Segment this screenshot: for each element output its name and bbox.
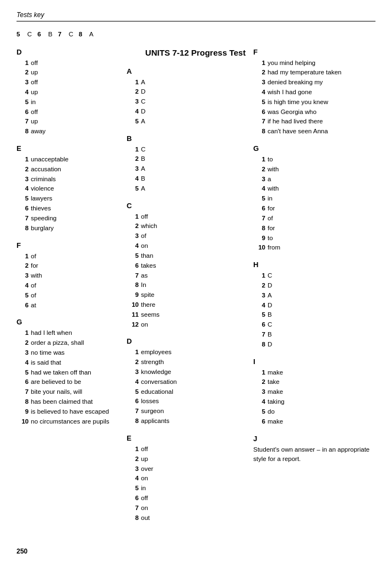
answer-number: 8 bbox=[253, 127, 265, 137]
section-e: E1unacceptable2accusation3criminals4viol… bbox=[17, 144, 127, 234]
answer-list: 1C2D3A4D5B6C7B8D bbox=[253, 271, 375, 350]
answer-number: 3 bbox=[17, 175, 29, 185]
answer-number: 6 bbox=[17, 301, 29, 311]
answer-item: 3denied breaking my bbox=[253, 78, 375, 88]
answer-number: 1 bbox=[17, 252, 29, 262]
answer-number: 8 bbox=[127, 416, 139, 426]
answer-value: over bbox=[141, 464, 153, 474]
answer-number: 1 bbox=[127, 348, 139, 357]
answer-number: 4 bbox=[253, 397, 265, 407]
answer-number: 3 bbox=[17, 78, 29, 88]
answer-value: A bbox=[141, 164, 145, 174]
answer-value: B bbox=[141, 174, 145, 184]
answer-item: 8out bbox=[127, 513, 253, 523]
answer-value: A bbox=[268, 291, 272, 301]
answer-number: 7 bbox=[17, 214, 29, 224]
answer-item: 6at bbox=[17, 301, 127, 311]
answer-value: you mind helping bbox=[268, 58, 315, 68]
answer-number: 2 bbox=[127, 221, 139, 231]
answer-value: surgeon bbox=[141, 406, 164, 416]
answer-value: criminals bbox=[31, 175, 56, 185]
answer-number: 4 bbox=[127, 474, 139, 484]
answer-value: spite bbox=[141, 290, 154, 300]
right-column: F1you mind helping2had my temperature ta… bbox=[253, 48, 375, 531]
answer-item: 12on bbox=[127, 320, 253, 330]
answer-value: in bbox=[141, 484, 146, 494]
answer-item: 6C bbox=[253, 320, 375, 330]
answer-list: 1to2with3a4with5in6for7of8for9to10from bbox=[253, 155, 375, 253]
answer-number: 8 bbox=[17, 224, 29, 234]
answer-value: on bbox=[141, 503, 148, 513]
answer-value: on bbox=[141, 241, 148, 251]
answer-value: conversation bbox=[141, 377, 177, 387]
answer-number: 6 bbox=[127, 261, 139, 271]
answer-item: 2D bbox=[127, 87, 253, 97]
answer-item: 2B bbox=[127, 154, 253, 164]
answer-number: 5 bbox=[253, 407, 265, 417]
answer-number: 5 bbox=[127, 484, 139, 494]
answer-item: 3make bbox=[253, 387, 375, 397]
answer-number: 5 bbox=[17, 291, 29, 301]
answer-number: 9 bbox=[127, 290, 139, 300]
answer-value: had I left when bbox=[31, 328, 72, 338]
answer-list: 1had I left when2order a pizza, shall3no… bbox=[17, 328, 127, 426]
section-label: E bbox=[17, 144, 127, 153]
top-answers: 5 C6 B7 C8 A bbox=[17, 29, 375, 40]
answer-list: 1unacceptable2accusation3criminals4viole… bbox=[17, 155, 127, 234]
answer-value: in bbox=[268, 194, 273, 204]
answer-item: 4D bbox=[253, 301, 375, 311]
section-b: B1C2B3A4B5A bbox=[127, 134, 253, 194]
answer-number: 7 bbox=[253, 117, 265, 127]
answer-item: 4with bbox=[253, 184, 375, 194]
answer-number: 1 bbox=[17, 328, 29, 338]
answer-value: D bbox=[141, 107, 145, 117]
answer-number: 3 bbox=[127, 97, 139, 107]
answer-item: 3A bbox=[253, 291, 375, 301]
answer-number: 3 bbox=[253, 78, 265, 88]
answer-value: thieves bbox=[31, 204, 51, 214]
answer-value: off bbox=[31, 58, 38, 68]
answer-number: 2 bbox=[17, 338, 29, 348]
answer-number: 4 bbox=[253, 184, 265, 194]
section-label: G bbox=[253, 144, 375, 153]
answer-item: 4taking bbox=[253, 397, 375, 407]
answer-value: A bbox=[141, 78, 145, 88]
section-text: Student's own answer – in an appropriate… bbox=[253, 445, 375, 464]
answer-value: with bbox=[268, 165, 279, 175]
answer-value: to bbox=[268, 234, 273, 243]
answer-value: a bbox=[268, 175, 271, 185]
answer-item: 3no time was bbox=[17, 348, 127, 358]
top-answer-item: 7 C bbox=[58, 29, 73, 40]
answer-item: 4on bbox=[127, 474, 253, 484]
answer-item: 1C bbox=[127, 145, 253, 155]
answer-item: 5do bbox=[253, 407, 375, 417]
answer-value: In bbox=[141, 280, 146, 290]
answer-value: C bbox=[268, 271, 272, 281]
answer-item: 3over bbox=[127, 464, 253, 474]
answer-item: 4wish I had gone bbox=[253, 88, 375, 97]
answer-item: 8can't have seen Anna bbox=[253, 127, 375, 137]
answer-list: 1A2D3C4D5A bbox=[127, 78, 253, 127]
answer-number: 2 bbox=[127, 87, 139, 97]
answer-value: was Georgia who bbox=[268, 107, 317, 117]
answer-number: 1 bbox=[127, 212, 139, 222]
answer-value: do bbox=[268, 407, 275, 417]
section-h: H1C2D3A4D5B6C7B8D bbox=[253, 261, 375, 350]
answer-number: 4 bbox=[17, 88, 29, 97]
answer-value: D bbox=[268, 281, 272, 291]
answer-number: 4 bbox=[17, 184, 29, 194]
answer-value: accusation bbox=[31, 165, 61, 175]
answer-item: 10no circumstances are pupils bbox=[17, 417, 127, 427]
answer-item: 8applicants bbox=[127, 416, 253, 426]
answer-value: are believed to be bbox=[31, 377, 81, 387]
answer-item: 2order a pizza, shall bbox=[17, 338, 127, 348]
answer-number: 6 bbox=[17, 204, 29, 214]
section-g: G1had I left when2order a pizza, shall3n… bbox=[17, 318, 127, 426]
answer-item: 2which bbox=[127, 221, 253, 231]
answer-number: 2 bbox=[17, 261, 29, 271]
answer-number: 8 bbox=[127, 513, 139, 523]
section-label: F bbox=[253, 48, 375, 56]
answer-item: 5than bbox=[127, 251, 253, 261]
answer-value: D bbox=[141, 87, 145, 97]
section-g: G1to2with3a4with5in6for7of8for9to10from bbox=[253, 144, 375, 253]
